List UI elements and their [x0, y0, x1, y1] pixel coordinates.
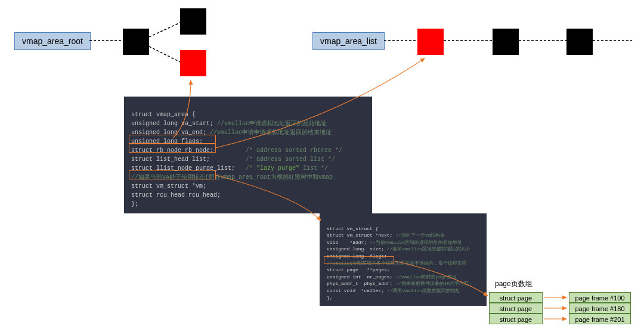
- vmap-area-root-label: vmap_area_root: [22, 36, 83, 46]
- page-array-label: page页数组: [495, 279, 532, 289]
- tree-node-black-2: [180, 8, 206, 35]
- vmap-area-root-box: vmap_area_root: [14, 32, 91, 50]
- vmap-area-list-box: vmap_area_list: [312, 32, 385, 50]
- highlight-vm-struct: [129, 170, 216, 179]
- page-frame-cell-2: page frame #201: [569, 314, 631, 324]
- svg-line-2: [149, 46, 180, 62]
- list-node-red: [417, 29, 444, 55]
- vmap-area-list-label: vmap_area_list: [320, 36, 377, 46]
- page-frame-cell-0: page frame #100: [569, 292, 631, 303]
- highlight-rb-node: [129, 135, 216, 144]
- list-node-black-1: [493, 29, 519, 55]
- list-node-black-2: [566, 29, 593, 55]
- code-vmap-area: struct vmap_area { unsigned long va_star…: [124, 97, 372, 213]
- page-frame-cell-1: page frame #180: [569, 303, 631, 314]
- highlight-list-head: [129, 144, 216, 153]
- svg-line-1: [149, 23, 180, 37]
- highlight-pages: [324, 256, 394, 263]
- tree-node-red-1: [180, 50, 206, 76]
- struct-page-cell-1: struct page: [489, 303, 543, 314]
- struct-page-cell-2: struct page: [489, 314, 543, 324]
- struct-page-cell-0: struct page: [489, 292, 543, 303]
- tree-node-black-1: [123, 29, 149, 55]
